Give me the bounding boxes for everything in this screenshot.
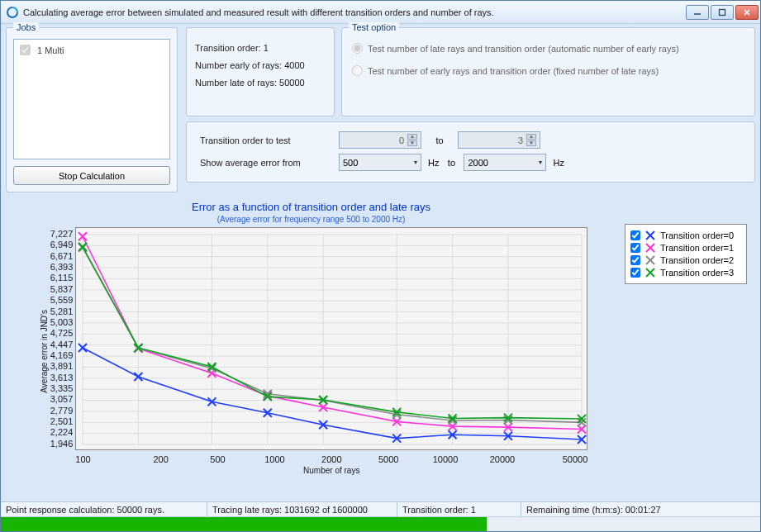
y-tick: 6,671 [50, 251, 74, 261]
test-option-late-rays[interactable]: Test number of late rays and transition … [352, 43, 748, 54]
transition-from-value: 0 [399, 135, 404, 145]
frequency-range-row: Show average error from 500 ▾ Hz to 2000… [193, 151, 748, 173]
minimize-button[interactable] [686, 5, 709, 20]
x-tick: 1000 [246, 454, 303, 464]
x-tick: 20000 [474, 454, 531, 464]
transition-order-row: Transition order to test 0 ▲▼ to 3 ▲▼ [193, 129, 748, 151]
param-and-option-row: Transition order: 1 Number early of rays… [186, 27, 755, 116]
radio-early-rays-label: Test number of early rays and transition… [368, 66, 659, 76]
x-tick: 5000 [360, 454, 417, 464]
job-item[interactable]: 1 Multi [17, 42, 167, 58]
legend-marker [644, 242, 656, 254]
y-tick: 5,003 [50, 317, 74, 327]
hz-unit-2: Hz [553, 158, 564, 168]
frequency-to-value: 2000 [468, 158, 488, 168]
test-option-group: Test option Test number of late rays and… [341, 27, 755, 116]
y-tick: 3,057 [50, 394, 74, 404]
legend-checkbox[interactable] [630, 230, 640, 240]
y-tick: 5,281 [50, 306, 74, 316]
legend-item[interactable]: Transition order=3 [630, 267, 741, 278]
transition-from-spinner[interactable]: 0 ▲▼ [339, 131, 421, 149]
chart-block: Error as a function of transition order … [9, 201, 613, 501]
window-buttons [686, 5, 759, 20]
to-label-1: to [428, 135, 451, 145]
frequency-to-combo[interactable]: 2000 ▾ [464, 154, 546, 171]
param-late-rays: Number late of rays: 50000 [195, 74, 326, 92]
plot-col: 100200500100020005000100002000050000 Num… [75, 227, 587, 475]
chart-plot [75, 227, 587, 450]
jobs-group-title: Jobs [13, 22, 39, 32]
test-option-early-rays[interactable]: Test number of early rays and transition… [352, 65, 748, 76]
legend-item[interactable]: Transition order=2 [630, 254, 741, 266]
y-tick: 2,224 [50, 427, 74, 437]
stop-calculation-button[interactable]: Stop Calculation [13, 166, 170, 185]
app-window: Calculating average error between simula… [0, 0, 761, 532]
status-point-response: Point response calculation: 50000 rays. [1, 502, 207, 516]
right-column: Transition order: 1 Number early of rays… [186, 27, 755, 192]
spin-down-icon[interactable]: ▼ [407, 140, 417, 146]
job-label: 1 Multi [37, 45, 64, 55]
legend-label: Transition order=1 [660, 243, 734, 253]
progress-bar [1, 516, 760, 531]
legend-marker [644, 254, 656, 266]
app-icon [6, 6, 19, 19]
y-tick: 4,447 [50, 340, 74, 349]
y-tick: 4,725 [50, 328, 74, 338]
spin-up-icon[interactable]: ▲ [407, 134, 417, 140]
frequency-from-label: Show average error from [200, 158, 332, 168]
radio-late-rays[interactable] [352, 43, 363, 54]
legend-label: Transition order=3 [660, 268, 734, 278]
transition-order-label: Transition order to test [200, 135, 332, 145]
plot-wrap: Average error in JND's 7,2276,9496,6716,… [40, 227, 588, 475]
x-tick: 500 [189, 454, 246, 464]
legend-item[interactable]: Transition order=0 [630, 230, 741, 241]
y-tick: 1,946 [50, 439, 74, 449]
legend-label: Transition order=0 [660, 230, 734, 240]
y-axis-ticks: 7,2276,9496,6716,3936,1155,8375,5595,281… [50, 227, 76, 450]
legend-checkbox[interactable] [630, 243, 640, 253]
parameters-box: Transition order: 1 Number early of rays… [186, 27, 335, 116]
y-tick: 3,335 [50, 383, 74, 393]
window-title: Calculating average error between simula… [23, 7, 686, 17]
param-transition-order: Transition order: 1 [195, 40, 326, 57]
spin-up-icon[interactable]: ▲ [526, 134, 536, 140]
y-tick: 4,169 [50, 350, 74, 360]
spin-down-icon[interactable]: ▼ [526, 140, 536, 146]
close-button[interactable] [735, 5, 759, 20]
radio-late-rays-label: Test number of late rays and transition … [368, 44, 679, 54]
y-tick: 6,949 [50, 240, 74, 249]
x-tick: 200 [132, 454, 189, 464]
x-axis-ticks: 100200500100020005000100002000050000 [75, 452, 587, 464]
jobs-list[interactable]: 1 Multi [13, 39, 170, 159]
legend-label: Transition order=2 [660, 255, 734, 265]
x-axis-label: Number of rays [75, 466, 587, 475]
y-tick: 6,115 [50, 273, 74, 283]
y-tick: 7,227 [50, 229, 74, 239]
maximize-button[interactable] [711, 5, 734, 20]
frequency-from-combo[interactable]: 500 ▾ [339, 154, 421, 171]
to-label-2: to [445, 158, 457, 168]
legend-checkbox[interactable] [630, 268, 640, 278]
y-tick: 3,613 [50, 373, 74, 382]
frequency-from-value: 500 [343, 158, 358, 168]
y-tick: 2,779 [50, 406, 74, 416]
chart-subtitle: (Average error for frequency range 500 t… [217, 215, 406, 224]
legend-marker [644, 267, 656, 278]
status-remaining-time: Remaining time (h:m:s): 00:01:27 [521, 502, 760, 516]
x-tick: 2000 [303, 454, 360, 464]
job-checkbox[interactable] [20, 45, 31, 55]
legend-checkbox[interactable] [630, 255, 640, 265]
param-early-rays: Number early of rays: 4000 [195, 57, 326, 74]
chart-legend: Transition order=0Transition order=1Tran… [625, 224, 747, 284]
controls-group: Transition order to test 0 ▲▼ to 3 ▲▼ Sh… [186, 121, 755, 183]
radio-early-rays[interactable] [352, 65, 363, 76]
legend-item[interactable]: Transition order=1 [630, 242, 741, 254]
status-transition-order: Transition order: 1 [397, 502, 521, 516]
test-option-title: Test option [349, 22, 399, 32]
top-row: Jobs 1 Multi Stop Calculation Transition… [6, 27, 755, 192]
transition-to-value: 3 [518, 135, 523, 145]
titlebar: Calculating average error between simula… [1, 1, 760, 24]
transition-to-spinner[interactable]: 3 ▲▼ [458, 131, 540, 149]
x-tick: 10000 [417, 454, 474, 464]
y-axis-label: Average error in JND's [40, 310, 49, 393]
